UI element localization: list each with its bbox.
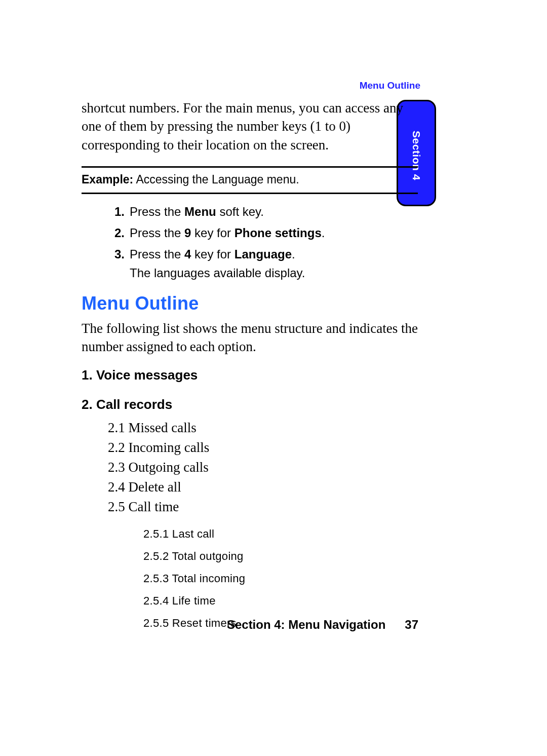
submenu-item: 2.4 Delete all [108,477,418,497]
footer-section-title: Section 4: Menu Navigation [227,618,385,631]
submenu-item: 2.3 Outgoing calls [108,458,418,477]
step-number: 3. [114,246,130,263]
step-3: 3.Press the 4 key for Language. The lang… [114,246,418,282]
step-bold: Phone settings [235,226,322,240]
step-extra-text: The languages available display. [130,264,418,282]
step-text: Press the [130,226,184,240]
submenu-list: 2.1 Missed calls 2.2 Incoming calls 2.3 … [82,418,418,635]
section-title: Menu Outline [82,293,418,314]
step-bold: Language [235,247,292,261]
subsubmenu-item: 2.5.4 Life time [143,590,418,612]
step-bold: Menu [184,205,216,218]
step-text: soft key. [216,205,264,218]
submenu-item: 2.1 Missed calls [108,418,418,438]
menu-item-1: 1. Voice messages [82,365,418,385]
submenu-item: 2.2 Incoming calls [108,438,418,458]
step-text: key for [191,226,234,240]
menu-item-2: 2. Call records [82,394,418,414]
subsubmenu-item: 2.5.2 Total outgoing [143,545,418,568]
example-block: Example: Accessing the Language menu. [82,166,418,194]
content-area: shortcut numbers. For the main menus, yo… [82,99,418,634]
submenu-item: 2.5 Call time [108,497,418,517]
example-text: Accessing the Language menu. [133,173,299,186]
step-2: 2.Press the 9 key for Phone settings. [114,224,418,242]
step-text: Press the [130,247,184,261]
step-1: 1.Press the Menu soft key. [114,203,418,220]
steps-list: 1.Press the Menu soft key. 2.Press the 9… [82,203,418,281]
section-intro: The following list shows the menu struct… [82,319,418,356]
step-text: . [322,226,325,240]
subsubmenu-item: 2.5.1 Last call [143,523,418,545]
header-menu-outline: Menu Outline [360,80,420,91]
step-text: key for [191,247,234,261]
footer-page-number: 37 [405,618,418,631]
page: Menu Outline Section 4 shortcut numbers.… [0,0,547,756]
intro-paragraph: shortcut numbers. For the main menus, yo… [82,99,418,154]
step-number: 1. [114,203,130,220]
step-bold: 9 [184,226,191,240]
step-text: . [292,247,295,261]
step-bold: 4 [184,247,191,261]
subsubmenu-item: 2.5.3 Total incoming [143,568,418,590]
example-label: Example: [82,173,133,186]
step-number: 2. [114,224,130,242]
step-text: Press the [130,205,184,218]
page-footer: Section 4: Menu Navigation37 [227,618,418,632]
